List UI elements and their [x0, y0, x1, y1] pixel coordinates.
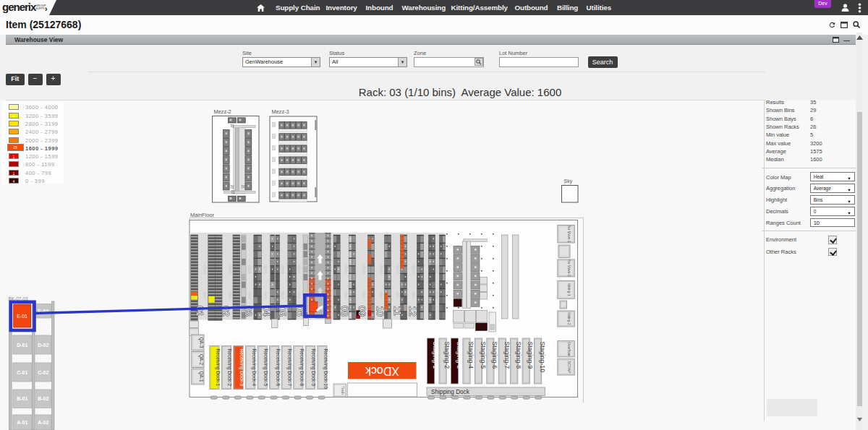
svg-text:20: 20 — [230, 185, 234, 189]
svg-text:QA-2: QA-2 — [198, 354, 204, 365]
svg-text:A-01: A-01 — [17, 420, 27, 425]
svg-text:Staging-10: Staging-10 — [539, 342, 546, 373]
svg-text:QA-3: QA-3 — [198, 337, 204, 348]
svg-text:D-02: D-02 — [38, 343, 48, 348]
svg-text:10: 10 — [375, 306, 386, 316]
svg-text:Staging-3: Staging-3 — [456, 342, 463, 369]
svg-text:12: 12 — [407, 306, 418, 316]
svg-text:Staging-6: Staging-6 — [491, 342, 498, 369]
svg-text:QA-1: QA-1 — [198, 371, 204, 382]
svg-text:C-01: C-01 — [17, 370, 27, 375]
svg-text:Trash: Trash — [341, 386, 344, 395]
svg-text:Mezz-2: Mezz-2 — [214, 108, 231, 115]
svg-text:Mezz-3: Mezz-3 — [272, 108, 289, 115]
svg-text:Kitting-2: Kitting-2 — [567, 312, 571, 325]
svg-text:Staging-8: Staging-8 — [515, 342, 522, 369]
svg-text:Overflow: Overflow — [567, 342, 571, 356]
svg-text:D-01: D-01 — [17, 343, 27, 348]
svg-text:Sky: Sky — [564, 179, 573, 184]
svg-text:E-01: E-01 — [17, 314, 27, 319]
svg-text:Kitting-1: Kitting-1 — [567, 283, 571, 296]
svg-text:Receiving Dock-3: Receiving Dock-3 — [239, 349, 244, 387]
svg-text:No Move-2: No Move-2 — [567, 259, 571, 277]
svg-text:09: 09 — [357, 306, 367, 316]
svg-text:Staging-7: Staging-7 — [503, 342, 511, 369]
svg-text:SCRAP: SCRAP — [567, 361, 571, 374]
svg-text:Receiving Dock-6: Receiving Dock-6 — [275, 349, 281, 387]
svg-text:Receiving Dock-7: Receiving Dock-7 — [286, 349, 292, 387]
svg-text:Receiving Dock-4: Receiving Dock-4 — [251, 349, 257, 387]
svg-text:Staging-1: Staging-1 — [432, 342, 439, 369]
svg-text:B-01: B-01 — [17, 396, 27, 401]
svg-text:Receiving Dock-10: Receiving Dock-10 — [323, 349, 328, 390]
svg-text:Receiving Dock-5: Receiving Dock-5 — [263, 349, 268, 387]
svg-text:BK-07-03: BK-07-03 — [9, 296, 28, 301]
svg-text:Staging-2: Staging-2 — [443, 342, 451, 369]
svg-text:Receiving Dock-1: Receiving Dock-1 — [215, 349, 221, 387]
svg-text:Shipping Dock: Shipping Dock — [431, 389, 470, 395]
svg-text:Receiving Dock-9: Receiving Dock-9 — [310, 349, 316, 387]
svg-text:MainFloor: MainFloor — [190, 212, 214, 218]
svg-text:XDock: XDock — [365, 365, 399, 377]
svg-text:23: 23 — [231, 190, 234, 194]
svg-text:B-02: B-02 — [38, 396, 48, 401]
svg-text:Receiving Dock-2: Receiving Dock-2 — [226, 349, 232, 387]
svg-text:C-02: C-02 — [38, 370, 48, 375]
svg-text:21: 21 — [241, 185, 244, 189]
svg-text:No Move-1: No Move-1 — [567, 225, 571, 243]
svg-text:Staging-5: Staging-5 — [480, 342, 487, 369]
svg-text:Receiving Dock-8: Receiving Dock-8 — [299, 349, 305, 387]
svg-text:11: 11 — [392, 306, 403, 316]
svg-text:Staging-9: Staging-9 — [527, 342, 534, 369]
svg-text:Staging-4: Staging-4 — [467, 342, 475, 369]
svg-text:A-02: A-02 — [38, 420, 48, 425]
svg-text:08: 08 — [339, 306, 350, 316]
svg-text:22: 22 — [230, 124, 234, 129]
